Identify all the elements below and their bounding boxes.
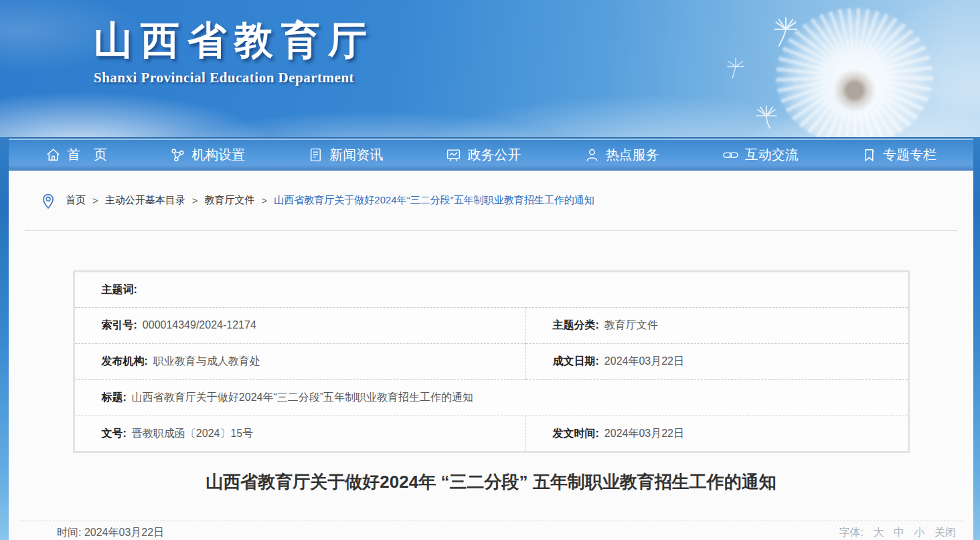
nav-item-service[interactable]: 热点服务	[584, 146, 659, 164]
font-size-small-button[interactable]: 小	[914, 527, 925, 538]
doc-category-label: 主题分类:	[553, 319, 599, 331]
doc-number-cell: 文号:晋教职成函〔2024〕15号	[74, 416, 525, 452]
font-controls: 字体: 大 中 小 关闭	[839, 526, 956, 540]
table-row: 标题:山西省教育厅关于做好2024年“三二分段”五年制职业教育招生工作的通知	[74, 380, 908, 416]
nav-item-label: 首 页	[67, 146, 107, 164]
home-icon	[46, 147, 61, 163]
site-logo: 山西省教育厅 Shanxi Provincial Education Depar…	[94, 17, 375, 86]
nav-item-org[interactable]: 机构设置	[170, 146, 245, 164]
time-value: 2024年03月22日	[84, 527, 164, 538]
doc-title-label: 标题:	[102, 391, 127, 403]
font-size-label: 字体:	[839, 527, 864, 538]
doc-date-value: 2024年03月22日	[604, 355, 684, 367]
site-subtitle: Shanxi Provincial Education Department	[94, 70, 375, 86]
nav-item-topics[interactable]: 专题专栏	[862, 146, 936, 164]
breadcrumb-separator: >	[262, 195, 268, 206]
breadcrumb-separator: >	[192, 195, 198, 206]
doc-date-cell: 成文日期:2024年03月22日	[525, 344, 908, 380]
table-row: 索引号:000014349/2024-12174 主题分类:教育厅文件	[74, 308, 908, 344]
nav-item-label: 政务公开	[467, 146, 521, 164]
doc-issue-date-value: 2024年03月22日	[604, 428, 684, 439]
nav-item-news[interactable]: 新闻资讯	[308, 146, 383, 164]
breadcrumb-home[interactable]: 首页	[66, 194, 86, 207]
doc-agency-label: 发布机构:	[102, 355, 148, 367]
publish-time: 时间: 2024年03月22日	[57, 526, 164, 540]
doc-info-table: 主题词: 索引号:000014349/2024-12174 主题分类:教育厅文件…	[73, 270, 910, 453]
nav-item-label: 互动交流	[745, 146, 799, 164]
breadcrumb-separator: >	[92, 195, 98, 206]
doc-index-label: 索引号:	[102, 319, 137, 331]
doc-number-value: 晋教职成函〔2024〕15号	[132, 428, 253, 439]
site-title: 山西省教育厅	[94, 17, 375, 64]
doc-title-cell: 标题:山西省教育厅关于做好2024年“三二分段”五年制职业教育招生工作的通知	[74, 380, 908, 416]
table-row: 文号:晋教职成函〔2024〕15号 发文时间:2024年03月22日	[74, 416, 908, 452]
news-icon	[308, 147, 323, 163]
dandelion-seed-icon	[723, 55, 748, 80]
doc-subject-cell: 主题词:	[74, 272, 908, 308]
font-size-medium-button[interactable]: 中	[894, 527, 904, 538]
nav-item-gov[interactable]: 政务公开	[446, 146, 521, 164]
breadcrumb-catalog[interactable]: 主动公开基本目录	[105, 194, 185, 207]
bookmark-icon	[862, 147, 877, 163]
doc-agency-cell: 发布机构:职业教育与成人教育处	[74, 344, 525, 380]
nav-item-label: 专题专栏	[883, 146, 936, 164]
main-nav: 首 页 机构设置 新闻资讯	[9, 137, 973, 171]
doc-date-label: 成文日期:	[553, 355, 599, 367]
nav-item-home[interactable]: 首 页	[46, 146, 107, 164]
location-pin-icon	[40, 192, 56, 209]
doc-index-value: 000014349/2024-12174	[143, 319, 256, 331]
doc-category-cell: 主题分类:教育厅文件	[525, 308, 908, 344]
article-meta-bar: 时间: 2024年03月22日 字体: 大 中 小 关闭	[19, 521, 963, 540]
doc-category-value: 教育厅文件	[604, 319, 658, 331]
font-size-large-button[interactable]: 大	[874, 527, 884, 538]
close-button[interactable]: 关闭	[934, 527, 956, 538]
breadcrumb: 首页 > 主动公开基本目录 > 教育厅文件 > 山西省教育厅关于做好2024年“…	[9, 171, 973, 230]
nav-item-label: 新闻资讯	[329, 146, 383, 164]
link-icon	[722, 147, 739, 163]
table-row: 主题词:	[74, 272, 908, 308]
site-banner: 山西省教育厅 Shanxi Provincial Education Depar…	[0, 0, 980, 137]
breadcrumb-current-page: 山西省教育厅关于做好2024年“三二分段”五年制职业教育招生工作的通知	[274, 194, 594, 207]
table-row: 发布机构:职业教育与成人教育处 成文日期:2024年03月22日	[74, 344, 908, 380]
page-title: 山西省教育厅关于做好2024年 “三二分段” 五年制职业教育招生工作的通知	[9, 470, 973, 494]
doc-number-label: 文号:	[102, 428, 127, 439]
breadcrumb-dept-files[interactable]: 教育厅文件	[205, 194, 255, 207]
org-structure-icon	[170, 147, 185, 163]
doc-issue-date-label: 发文时间:	[553, 428, 599, 439]
section-divider	[25, 230, 957, 231]
doc-issue-date-cell: 发文时间:2024年03月22日	[525, 416, 908, 452]
content-container: 首 页 机构设置 新闻资讯	[9, 137, 973, 540]
dandelion-seed-icon	[751, 100, 782, 131]
nav-item-label: 机构设置	[191, 146, 245, 164]
doc-index-cell: 索引号:000014349/2024-12174	[74, 308, 525, 344]
nav-item-label: 热点服务	[606, 146, 659, 164]
person-icon	[584, 147, 600, 163]
doc-agency-value: 职业教育与成人教育处	[153, 355, 260, 367]
doc-subject-label: 主题词:	[102, 284, 137, 295]
gov-board-icon	[446, 147, 461, 163]
doc-title-value: 山西省教育厅关于做好2024年“三二分段”五年制职业教育招生工作的通知	[132, 391, 473, 403]
dandelion-seed-icon	[768, 15, 803, 50]
nav-item-interact[interactable]: 互动交流	[722, 146, 799, 164]
time-label: 时间:	[57, 527, 81, 538]
